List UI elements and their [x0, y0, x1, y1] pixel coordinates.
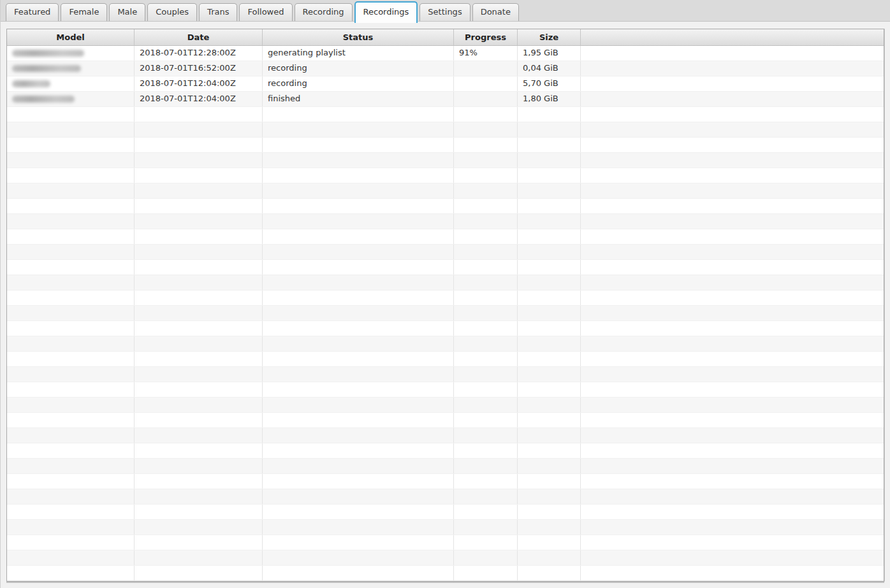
- cell-filler: [581, 413, 884, 427]
- column-header-date[interactable]: Date: [135, 29, 263, 45]
- cell-filler: [581, 382, 884, 397]
- cell-empty: [454, 321, 518, 336]
- cell-empty: [454, 382, 518, 397]
- cell-empty: [454, 168, 518, 183]
- tab-recordings[interactable]: Recordings: [354, 1, 418, 23]
- table-row-empty: [7, 398, 884, 413]
- cell-empty: [263, 245, 454, 259]
- cell-empty: [135, 138, 263, 152]
- cell-size: 1,95 GiB: [518, 46, 581, 61]
- column-header-size[interactable]: Size: [518, 29, 581, 45]
- cell-filler: [581, 443, 884, 458]
- cell-empty: [263, 367, 454, 382]
- cell-empty: [7, 214, 135, 229]
- table-row[interactable]: 2018-07-01T12:04:00Zfinished1,80 GiB: [7, 92, 884, 107]
- cell-empty: [7, 321, 135, 336]
- column-header-progress[interactable]: Progress: [454, 29, 518, 45]
- cell-empty: [454, 183, 518, 198]
- table-row[interactable]: 2018-07-01T12:04:00Zrecording5,70 GiB: [7, 76, 884, 92]
- cell-empty: [135, 336, 263, 351]
- table-row-empty: [7, 367, 884, 382]
- cell-empty: [135, 367, 263, 382]
- table-row-empty: [7, 275, 884, 290]
- cell-empty: [135, 107, 263, 122]
- cell-filler: [581, 46, 884, 61]
- cell-empty: [263, 459, 454, 473]
- cell-empty: [518, 199, 581, 213]
- cell-empty: [7, 550, 135, 565]
- table-row-empty: [7, 413, 884, 428]
- table-row-empty: [7, 443, 884, 459]
- cell-empty: [263, 382, 454, 397]
- cell-size: 1,80 GiB: [518, 92, 581, 106]
- table-row-empty: [7, 428, 884, 443]
- cell-empty: [7, 352, 135, 366]
- cell-filler: [581, 183, 884, 198]
- cell-empty: [263, 199, 454, 213]
- tab-settings[interactable]: Settings: [419, 3, 470, 21]
- cell-empty: [7, 199, 135, 213]
- cell-empty: [135, 382, 263, 397]
- tab-followed[interactable]: Followed: [239, 3, 292, 21]
- cell-empty: [7, 367, 135, 382]
- cell-empty: [135, 199, 263, 213]
- cell-model: [7, 61, 135, 76]
- cell-empty: [454, 229, 518, 244]
- cell-empty: [263, 566, 454, 580]
- cell-empty: [7, 443, 135, 458]
- cell-date: 2018-07-01T12:04:00Z: [135, 76, 263, 91]
- cell-empty: [518, 321, 581, 336]
- cell-empty: [135, 474, 263, 489]
- cell-empty: [518, 489, 581, 504]
- cell-empty: [454, 352, 518, 366]
- cell-empty: [518, 474, 581, 489]
- cell-empty: [454, 275, 518, 290]
- tab-featured[interactable]: Featured: [6, 3, 59, 21]
- cell-empty: [135, 306, 263, 320]
- table-row-empty: [7, 566, 884, 581]
- tab-recording[interactable]: Recording: [295, 3, 353, 21]
- cell-status: recording: [263, 76, 454, 91]
- cell-empty: [518, 550, 581, 565]
- cell-status: generating playlist: [263, 46, 454, 61]
- cell-size: 0,04 GiB: [518, 61, 581, 76]
- cell-empty: [263, 336, 454, 351]
- cell-empty: [135, 413, 263, 427]
- tab-trans[interactable]: Trans: [199, 3, 237, 21]
- cell-date: 2018-07-01T12:04:00Z: [135, 92, 263, 106]
- cell-filler: [581, 352, 884, 366]
- tab-male[interactable]: Male: [109, 3, 145, 21]
- cell-empty: [7, 306, 135, 320]
- cell-empty: [454, 489, 518, 504]
- cell-empty: [7, 336, 135, 351]
- column-header-status[interactable]: Status: [263, 29, 454, 45]
- cell-empty: [135, 168, 263, 183]
- cell-empty: [518, 398, 581, 412]
- table-row-empty: [7, 505, 884, 520]
- cell-empty: [263, 275, 454, 290]
- cell-empty: [454, 138, 518, 152]
- table-row-empty: [7, 550, 884, 566]
- cell-empty: [518, 107, 581, 122]
- cell-empty: [135, 321, 263, 336]
- cell-empty: [263, 214, 454, 229]
- cell-empty: [135, 260, 263, 275]
- tab-couples[interactable]: Couples: [147, 3, 197, 21]
- table-row-empty: [7, 474, 884, 489]
- cell-empty: [7, 183, 135, 198]
- cell-empty: [518, 382, 581, 397]
- cell-empty: [7, 229, 135, 244]
- cell-empty: [263, 321, 454, 336]
- tab-donate[interactable]: Donate: [472, 3, 519, 21]
- cell-empty: [263, 489, 454, 504]
- cell-date: 2018-07-01T16:52:00Z: [135, 61, 263, 76]
- table-row[interactable]: 2018-07-01T16:52:00Zrecording0,04 GiB: [7, 61, 884, 76]
- redacted-model-name: [12, 96, 75, 103]
- table-row-empty: [7, 245, 884, 260]
- cell-empty: [454, 520, 518, 534]
- cell-empty: [454, 398, 518, 412]
- tab-female[interactable]: Female: [61, 3, 107, 21]
- cell-empty: [7, 505, 135, 519]
- column-header-model[interactable]: Model: [7, 29, 135, 45]
- table-row[interactable]: 2018-07-01T12:28:00Zgenerating playlist9…: [7, 46, 884, 61]
